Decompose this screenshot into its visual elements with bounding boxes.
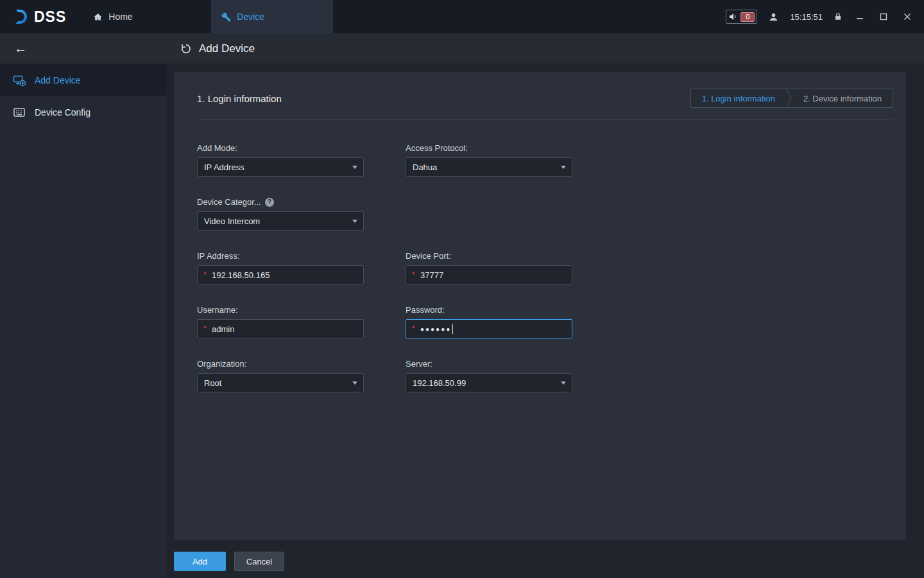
speaker-icon bbox=[728, 12, 739, 22]
password-value: ●●●●●● bbox=[420, 326, 451, 333]
add-button[interactable]: Add bbox=[174, 552, 226, 571]
required-marker: * bbox=[412, 324, 415, 333]
server-label: Server: bbox=[406, 359, 572, 369]
close-button[interactable] bbox=[901, 10, 914, 23]
device-port-value: 37777 bbox=[420, 270, 443, 280]
brand-text: DSS bbox=[34, 8, 66, 26]
ip-address-value: 192.168.50.165 bbox=[212, 270, 270, 280]
maximize-button[interactable] bbox=[877, 10, 890, 23]
app-logo: DSS bbox=[0, 0, 83, 33]
chevron-down-icon bbox=[352, 166, 357, 169]
wizard-stepper: 1. Login information 2. Device informati… bbox=[690, 89, 893, 108]
maximize-icon bbox=[880, 13, 887, 21]
access-protocol-select[interactable]: Dahua bbox=[406, 157, 572, 177]
password-label: Password: bbox=[406, 305, 572, 315]
organization-label: Organization: bbox=[197, 359, 364, 369]
cancel-button[interactable]: Cancel bbox=[234, 552, 284, 571]
text-cursor bbox=[452, 324, 453, 334]
page-title: Add Device bbox=[199, 42, 255, 55]
organization-value: Root bbox=[204, 378, 221, 388]
minimize-icon bbox=[856, 13, 864, 21]
chevron-down-icon bbox=[352, 220, 357, 223]
add-mode-label: Add Mode: bbox=[197, 143, 364, 153]
sidebar-item-label: Device Config bbox=[35, 107, 90, 118]
step-label: 2. Device information bbox=[803, 94, 882, 103]
page-header: Add Device bbox=[167, 42, 255, 55]
chevron-down-icon bbox=[561, 166, 566, 169]
lock-icon[interactable] bbox=[834, 12, 843, 22]
dss-logo-icon bbox=[13, 8, 30, 25]
chevron-down-icon bbox=[352, 381, 357, 385]
section-row: 1. Login information 1. Login informatio… bbox=[197, 89, 893, 108]
step-separator-chevron-icon bbox=[786, 89, 792, 107]
sidebar: Add Device Device Config bbox=[0, 64, 167, 578]
device-category-label-text: Device Categor... bbox=[197, 197, 261, 207]
wrench-icon bbox=[221, 12, 231, 22]
device-port-field[interactable]: * 37777 bbox=[406, 265, 572, 285]
ip-address-label: IP Address: bbox=[197, 251, 364, 261]
sidebar-item-add-device[interactable]: Add Device bbox=[0, 64, 167, 96]
step-login-information[interactable]: 1. Login information bbox=[691, 89, 786, 107]
home-icon bbox=[93, 12, 103, 22]
device-category-select[interactable]: Video Intercom bbox=[197, 211, 364, 231]
access-protocol-value: Dahua bbox=[413, 162, 437, 172]
server-value: 192.168.50.99 bbox=[413, 378, 466, 388]
sidebar-item-device-config[interactable]: Device Config bbox=[0, 96, 167, 128]
required-marker: * bbox=[412, 270, 415, 279]
username-value: admin bbox=[212, 324, 234, 334]
section-title: 1. Login information bbox=[197, 93, 282, 104]
ip-address-field[interactable]: * 192.168.50.165 bbox=[197, 265, 364, 285]
tab-home-label: Home bbox=[108, 12, 132, 22]
header-strip: ← Add Device bbox=[0, 33, 924, 64]
add-mode-select[interactable]: IP Address bbox=[197, 157, 364, 177]
minimize-button[interactable] bbox=[853, 10, 866, 23]
help-icon[interactable]: ? bbox=[265, 198, 274, 207]
server-select[interactable]: 192.168.50.99 bbox=[406, 373, 572, 392]
add-device-icon bbox=[13, 74, 26, 87]
tab-device-label: Device bbox=[237, 12, 264, 22]
back-button[interactable]: ← bbox=[14, 41, 27, 55]
tab-device[interactable]: Device bbox=[211, 0, 333, 33]
device-category-label: Device Categor... ? bbox=[197, 197, 364, 207]
main-content: 1. Login information 1. Login informatio… bbox=[167, 64, 924, 578]
organization-select[interactable]: Root bbox=[197, 373, 364, 392]
password-field[interactable]: * ●●●●●● bbox=[406, 319, 572, 338]
sidebar-header: ← bbox=[0, 41, 167, 56]
chevron-down-icon bbox=[561, 381, 566, 385]
device-config-icon bbox=[13, 106, 26, 119]
step-device-information[interactable]: 2. Device information bbox=[792, 89, 893, 107]
user-icon[interactable] bbox=[768, 12, 779, 22]
tab-home[interactable]: Home bbox=[83, 0, 211, 33]
topbar: DSS Home Device 0 15:15:51 bbox=[0, 0, 924, 33]
undo-icon[interactable] bbox=[180, 43, 192, 55]
username-field[interactable]: * admin bbox=[197, 319, 364, 338]
access-protocol-label: Access Protocol: bbox=[406, 143, 572, 153]
username-label: Username: bbox=[197, 305, 364, 315]
device-category-value: Video Intercom bbox=[204, 216, 260, 226]
add-mode-value: IP Address bbox=[204, 162, 244, 172]
step-label: 1. Login information bbox=[702, 94, 775, 103]
notification-badge: 0 bbox=[740, 12, 755, 22]
add-device-panel: 1. Login information 1. Login informatio… bbox=[174, 72, 906, 540]
required-marker: * bbox=[203, 324, 207, 333]
clock-text: 15:15:51 bbox=[790, 12, 823, 22]
sidebar-item-label: Add Device bbox=[35, 75, 81, 85]
section-divider bbox=[197, 119, 893, 120]
required-marker: * bbox=[203, 270, 207, 279]
device-port-label: Device Port: bbox=[406, 251, 572, 261]
close-icon bbox=[903, 13, 911, 21]
topbar-right-cluster: 0 15:15:51 bbox=[726, 0, 924, 33]
login-information-form: Add Mode: IP Address Access Protocol: Da… bbox=[197, 143, 893, 392]
volume-control[interactable]: 0 bbox=[726, 10, 757, 24]
